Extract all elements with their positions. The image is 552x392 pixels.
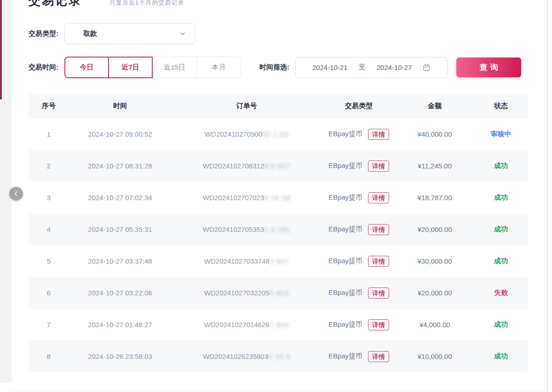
order-censored-part: 6 413 [270, 289, 289, 297]
row-order-number: WD20241027083128 0 617 [171, 162, 322, 170]
row-order-number: WD202410270337483 547 [171, 257, 322, 265]
row-transaction-type: EBpay提币 详情 [322, 319, 396, 330]
transaction-time-filter-row: 交易时间: 今日近7日近15日本月 时间筛选: 2024-10-21 至 202… [29, 57, 547, 78]
transaction-type-text: EBpay提币 [328, 288, 362, 297]
order-visible-part: WD20241027033748 [204, 257, 270, 265]
transaction-type-select[interactable]: 取款 [64, 23, 196, 44]
table-row: 8 2024-10-26 23:58:03 WD202410262358039 … [29, 340, 528, 372]
row-transaction-type: EBpay提币 详情 [322, 288, 396, 299]
row-time: 2024-10-27 03:37:48 [69, 257, 171, 265]
row-order-number: WD202410270146261 324 [171, 321, 322, 329]
row-transaction-type: EBpay提币 详情 [322, 256, 396, 267]
detail-button[interactable]: 详情 [368, 192, 389, 203]
row-index: 2 [29, 162, 69, 170]
date-to-value[interactable]: 2024-10-27 [377, 63, 412, 71]
row-time: 2024-10-27 03:22:06 [69, 289, 171, 297]
row-index: 6 [29, 289, 69, 297]
row-order-number: WD20241027090052 1 63 [171, 130, 322, 138]
row-transaction-type: EBpay提币 详情 [322, 129, 396, 140]
row-status: 失败 [474, 288, 528, 297]
order-censored-part: 4 16 58 [264, 194, 290, 202]
detail-button[interactable]: 详情 [368, 319, 389, 330]
row-transaction-type: EBpay提币 详情 [322, 161, 396, 172]
order-visible-part: WD20241027032205 [204, 289, 270, 297]
row-order-number: WD20241027070234 16 58 [171, 194, 322, 202]
row-status: 成功 [474, 161, 528, 170]
row-index: 3 [29, 194, 69, 202]
row-index: 7 [29, 321, 69, 329]
row-time: 2024-10-27 09:00:52 [69, 130, 171, 138]
order-censored-part: 52 1 63 [262, 130, 288, 138]
table-header-cell: 金额 [396, 102, 474, 110]
table-row: 1 2024-10-27 09:00:52 WD20241027090052 1… [29, 118, 528, 150]
table-row: 7 2024-10-27 01:46:27 WD202410270146261 … [29, 309, 528, 340]
page-title: 交易记录 [29, 0, 82, 9]
table-row: 6 2024-10-27 03:22:06 WD202410270322056 … [29, 277, 528, 309]
row-index: 5 [29, 257, 69, 265]
table-header-cell: 状态 [474, 102, 528, 110]
row-transaction-type: EBpay提币 详情 [322, 224, 396, 235]
transaction-type-label: 交易类型: [29, 29, 58, 38]
table-row: 2 2024-10-27 08:31:28 WD20241027083128 0… [29, 150, 528, 182]
quick-range-4[interactable]: 本月 [196, 57, 241, 78]
row-transaction-type: EBpay提币 详情 [322, 192, 396, 203]
table-header-cell: 序号 [29, 102, 69, 110]
order-censored-part: 9 10 4 [268, 352, 290, 360]
order-censored-part: 1 324 [270, 321, 289, 329]
date-from-value[interactable]: 2024-10-21 [312, 63, 348, 71]
quick-range-1[interactable]: 今日 [64, 57, 109, 78]
page-subtitle: 只显示近1个月的交易记录 [109, 0, 184, 7]
row-transaction-type: EBpay提币 详情 [322, 351, 396, 362]
order-visible-part: WD2024102708312 [203, 162, 264, 170]
row-amount: ¥20,000.00 [396, 289, 474, 297]
order-visible-part: WD202410270900 [205, 130, 262, 138]
chevron-down-icon [179, 30, 186, 37]
transaction-type-value: 取款 [83, 29, 97, 38]
row-amount: ¥18,787.00 [396, 194, 474, 202]
table-body: 1 2024-10-27 09:00:52 WD20241027090052 1… [29, 118, 528, 372]
row-status: 成功 [474, 225, 528, 234]
row-status: 成功 [474, 320, 528, 329]
order-censored-part: 8 0 617 [264, 162, 290, 170]
transaction-records-panel: 交易记录 只显示近1个月的交易记录 交易类型: 取款 交易时间: 今日近7日近1… [10, 0, 547, 372]
order-visible-part: WD2024102707023 [203, 194, 264, 202]
row-amount: ¥4,000.00 [396, 321, 474, 329]
collapse-panel-button[interactable] [9, 187, 23, 201]
transaction-type-text: EBpay提币 [328, 130, 362, 138]
detail-button[interactable]: 详情 [368, 224, 389, 235]
detail-button[interactable]: 详情 [368, 256, 389, 267]
detail-button[interactable]: 详情 [368, 288, 389, 299]
row-amount: ¥10,000.00 [396, 352, 474, 360]
row-index: 1 [29, 130, 69, 138]
table-row: 4 2024-10-27 05:35:31 WD20241027053531 4… [29, 213, 528, 245]
quick-range-3[interactable]: 近15日 [152, 57, 197, 78]
row-index: 8 [29, 352, 69, 360]
row-time: 2024-10-26 23:58:03 [69, 352, 171, 360]
calendar-icon[interactable] [423, 63, 431, 71]
panel-bottom-border [10, 391, 547, 391]
date-range-picker[interactable]: 2024-10-21 至 2024-10-27 [295, 57, 448, 78]
transaction-time-label: 交易时间: [29, 63, 58, 72]
detail-button[interactable]: 详情 [368, 161, 389, 172]
chevron-left-icon [13, 191, 19, 196]
query-button[interactable]: 查询 [456, 58, 521, 77]
table-row: 3 2024-10-27 07:02:34 WD20241027070234 1… [29, 182, 528, 213]
row-amount: ¥40,000.00 [396, 130, 474, 138]
table-row: 5 2024-10-27 03:37:48 WD202410270337483 … [29, 245, 528, 277]
quick-range-2[interactable]: 近7日 [108, 57, 153, 78]
date-range-separator: 至 [359, 63, 366, 72]
row-amount: ¥30,000.00 [396, 257, 474, 265]
transaction-type-text: EBpay提币 [328, 352, 362, 361]
transaction-type-text: EBpay提币 [328, 257, 362, 265]
row-status: 成功 [474, 352, 528, 361]
table-header-row: 序号时间订单号交易类型金额状态 [29, 93, 528, 118]
row-order-number: WD202410270322056 413 [171, 289, 322, 297]
row-status: 成功 [474, 193, 528, 202]
transaction-type-text: EBpay提币 [328, 320, 362, 329]
order-visible-part: WD2024102705353 [203, 225, 264, 233]
detail-button[interactable]: 详情 [368, 351, 389, 362]
transaction-type-text: EBpay提币 [328, 161, 362, 170]
detail-button[interactable]: 详情 [368, 129, 389, 140]
table-header-cell: 订单号 [171, 102, 322, 110]
quick-range-group: 今日近7日近15日本月 [64, 57, 241, 78]
